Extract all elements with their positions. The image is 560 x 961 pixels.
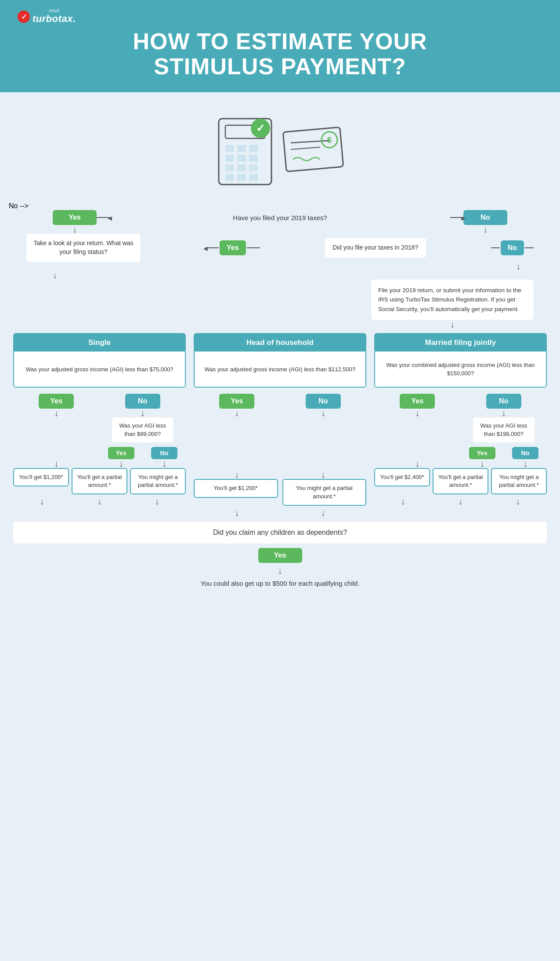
yes-2019-button: Yes <box>53 210 97 225</box>
mfj-sub-yn: Yes No <box>374 442 547 459</box>
status-columns: Single Was your adjusted gross income (A… <box>9 333 551 517</box>
hoh-result-arrows: ↓ ↓ <box>194 470 366 479</box>
single-result-2: You might get a partial amount.* <box>130 468 186 494</box>
single-no: No <box>125 394 160 409</box>
mfj-result-1: You'll get a partial amount.* <box>433 468 488 494</box>
svg-rect-12 <box>237 174 246 181</box>
hoh-no: No <box>306 394 341 409</box>
mfj-sub-question: Was your AGI less than $198,000? <box>473 417 535 442</box>
svg-rect-10 <box>249 164 258 171</box>
single-question: Was your adjusted gross income (AGI) les… <box>14 352 185 387</box>
arrows-row1: ↓ ↓ <box>9 225 551 234</box>
svg-line-17 <box>291 141 329 143</box>
mfj-question: Was your combined adjusted gross income … <box>375 352 546 387</box>
mfj-sub-row: Was your AGI less than $198,000? <box>374 417 547 442</box>
mfj-sub-yes: Yes <box>469 447 495 459</box>
illustration-area: ✓ $ <box>0 92 560 202</box>
hoh-result-0: You'll get $1,200* <box>194 479 278 497</box>
header: intuit turbotax. HOW TO ESTIMATE YOUR ST… <box>0 0 560 92</box>
instruction-row: File your 2019 return, or submit your in… <box>9 279 551 320</box>
single-results: You'll get $1,200* You'll get a partial … <box>13 468 186 494</box>
mfj-column: Married filing jointly Was your combined… <box>374 333 547 517</box>
no-2019-button: No <box>463 210 507 225</box>
single-sub-yn: Yes No <box>13 442 186 459</box>
mfj-yn-row: Yes No <box>374 394 547 409</box>
logo-area: intuit turbotax. <box>18 9 542 25</box>
svg-rect-8 <box>225 164 234 171</box>
single-sub-no: No <box>151 447 177 459</box>
turbotax-logo-check <box>18 11 30 23</box>
single-sub-question: Was your AGI less than $99,000? <box>112 417 173 442</box>
mfj-arrows: ↓ ↓ <box>374 409 547 417</box>
hoh-header: Head of household <box>195 334 365 352</box>
mfj-final-arrows: ↓ ↓ ↓ <box>374 497 547 506</box>
q2018-box: Did you file your taxes in 2018? <box>325 238 426 257</box>
instruction-box: File your 2019 return, or submit your in… <box>371 279 534 320</box>
no-2018-connector: No <box>491 240 534 255</box>
top-question-text: Have you filed your 2019 taxes? <box>110 212 450 223</box>
mfj-result-2: You might get a partial amount.* <box>491 468 547 494</box>
svg-rect-11 <box>225 174 234 181</box>
svg-rect-5 <box>225 155 234 162</box>
svg-rect-13 <box>249 174 258 181</box>
svg-text:$: $ <box>327 136 331 145</box>
mfj-yes: Yes <box>400 394 435 409</box>
svg-text:✓: ✓ <box>256 122 265 134</box>
single-final-arrows: ↓ ↓ ↓ <box>13 497 186 506</box>
single-sub-yes: Yes <box>108 447 134 459</box>
footer-text: You could also get up to $500 for each q… <box>9 575 551 596</box>
arrow-from-take-look: ↓ <box>9 271 551 279</box>
row2: Take a look at your return. What was you… <box>9 234 551 261</box>
svg-rect-4 <box>249 145 258 152</box>
bottom-yes: Yes <box>258 548 302 563</box>
single-sub-row: Was your AGI less than $99,000? <box>13 417 186 442</box>
flowchart: No --> Yes ◄ Have you filed your 2019 ta… <box>0 202 560 595</box>
bottom-question-box: Did you claim any children as dependents… <box>13 522 547 544</box>
bottom-yes-area: Yes ↓ <box>9 548 551 575</box>
mfj-result-0: You'll get $2,400* <box>374 468 430 486</box>
svg-line-18 <box>291 147 320 149</box>
mfj-header: Married filing jointly <box>375 334 546 352</box>
svg-rect-9 <box>237 164 246 171</box>
hoh-final-arrows: ↓ ↓ <box>194 508 366 517</box>
hoh-yes: Yes <box>219 394 254 409</box>
mfj-sub-no: No <box>512 447 538 459</box>
top-question-row: Yes ◄ Have you filed your 2019 taxes? ► … <box>9 210 551 225</box>
single-section: Single Was your adjusted gross income (A… <box>13 333 186 388</box>
single-result-arrows: ↓ ↓ ↓ <box>13 459 186 468</box>
single-arrows: ↓ ↓ <box>13 409 186 417</box>
mfj-results: You'll get $2,400* You'll get a partial … <box>374 468 547 494</box>
hoh-results: You'll get $1,200* You might get a parti… <box>194 479 366 505</box>
mfj-result-arrows: ↓ ↓ ↓ <box>374 459 547 468</box>
arrows-row2b: ↓ <box>9 262 551 271</box>
arrow-below-instruction: ↓ <box>9 320 551 329</box>
svg-rect-7 <box>249 155 258 162</box>
svg-rect-6 <box>237 155 246 162</box>
bottom-question-area: Did you claim any children as dependents… <box>9 522 551 544</box>
logo-text: intuit turbotax. <box>33 9 76 25</box>
hoh-column: Head of household Was your adjusted gros… <box>194 333 366 517</box>
single-result-1: You'll get a partial amount.* <box>72 468 127 494</box>
svg-rect-2 <box>225 145 234 152</box>
hoh-section: Head of household Was your adjusted gros… <box>194 333 366 388</box>
mfj-no: No <box>486 394 521 409</box>
page-title: HOW TO ESTIMATE YOUR STIMULUS PAYMENT? <box>18 29 542 79</box>
svg-rect-3 <box>237 145 246 152</box>
single-header: Single <box>14 334 185 352</box>
single-column: Single Was your adjusted gross income (A… <box>13 333 186 517</box>
hoh-arrows: ↓ ↓ <box>194 409 366 417</box>
single-result-0: You'll get $1,200* <box>13 468 69 486</box>
hoh-yn-row: Yes No <box>194 394 366 409</box>
mfj-section: Married filing jointly Was your combined… <box>374 333 547 388</box>
hoh-spacer <box>194 417 366 470</box>
calculator-check-illustration: ✓ $ <box>210 110 350 193</box>
hoh-question: Was your adjusted gross income (AGI) les… <box>195 352 365 387</box>
single-yn-row: Yes No <box>13 394 186 409</box>
single-no-branch: No <box>125 394 160 409</box>
hoh-result-1: You might get a partial amount.* <box>282 479 367 505</box>
single-yes: Yes <box>39 394 74 409</box>
take-a-look-box: Take a look at your return. What was you… <box>26 234 141 261</box>
yes-2018-arrow: ◄ Yes <box>206 240 260 255</box>
single-yes-branch: Yes <box>39 394 74 409</box>
